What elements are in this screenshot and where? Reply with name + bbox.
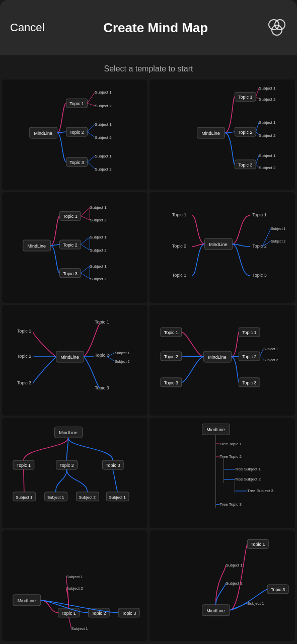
svg-text:Subject 1: Subject 1 xyxy=(95,90,112,95)
svg-text:Subject 2: Subject 2 xyxy=(259,166,276,170)
svg-line-48 xyxy=(81,245,90,250)
svg-text:Topic 3: Topic 3 xyxy=(172,273,186,278)
svg-text:Subject 2: Subject 2 xyxy=(90,248,107,253)
svg-text:Subject 1: Subject 1 xyxy=(95,154,112,158)
svg-text:Topic 3: Topic 3 xyxy=(17,380,31,385)
svg-text:MindLine: MindLine xyxy=(206,608,225,613)
svg-text:Topic 3: Topic 3 xyxy=(238,163,252,168)
template-card-7[interactable]: MindLine Topic 1 Topic 2 Topic 3 Subject… xyxy=(2,418,147,528)
svg-text:Subject 1: Subject 1 xyxy=(109,495,126,500)
svg-text:Topic 1: Topic 1 xyxy=(61,611,76,616)
circles-icon xyxy=(267,18,287,38)
svg-text:Subject 2: Subject 2 xyxy=(90,218,107,222)
svg-text:Topic 3: Topic 3 xyxy=(164,380,178,385)
subtitle-text: Select a template to start xyxy=(0,55,297,79)
svg-point-0 xyxy=(269,20,279,30)
svg-text:Topic 1: Topic 1 xyxy=(172,212,186,217)
svg-text:Subject 2: Subject 2 xyxy=(259,133,276,138)
template-card-1[interactable]: MindLine Topic 1 Topic 2 Topic 3 Subject… xyxy=(2,79,147,190)
svg-text:Subject 1: Subject 1 xyxy=(115,351,129,355)
svg-text:Subject 1: Subject 1 xyxy=(90,205,107,210)
svg-text:Topic 3: Topic 3 xyxy=(69,160,84,165)
svg-text:Topic 1: Topic 1 xyxy=(238,95,252,100)
template-card-6[interactable]: MindLine Topic 1 Topic 2 Topic 3 Topic 1… xyxy=(150,305,295,416)
svg-text:Topic 1: Topic 1 xyxy=(69,101,84,106)
svg-text:Subject 1: Subject 1 xyxy=(226,563,243,568)
svg-line-47 xyxy=(81,237,90,245)
svg-text:Subject 1: Subject 1 xyxy=(263,347,278,351)
svg-text:Topic 3: Topic 3 xyxy=(122,611,136,616)
svg-text:Topic 1: Topic 1 xyxy=(164,330,178,335)
svg-text:Topic 3: Topic 3 xyxy=(252,273,266,278)
svg-text:Subject 2: Subject 2 xyxy=(95,167,112,172)
svg-text:Subject 1: Subject 1 xyxy=(259,120,276,125)
svg-text:Tree Subject 1: Tree Subject 1 xyxy=(235,467,261,471)
svg-text:Topic 1: Topic 1 xyxy=(17,463,31,468)
svg-text:Topic 1: Topic 1 xyxy=(95,319,109,325)
svg-text:Subject 2: Subject 2 xyxy=(115,360,129,364)
svg-text:Subject 1: Subject 1 xyxy=(271,227,285,231)
svg-text:MindLine: MindLine xyxy=(206,427,225,432)
svg-line-43 xyxy=(81,216,90,220)
svg-text:Topic 3: Topic 3 xyxy=(106,463,120,468)
svg-text:Tree Topic 1: Tree Topic 1 xyxy=(220,442,242,446)
svg-text:Topic 2: Topic 2 xyxy=(69,130,84,135)
svg-text:Subject 2: Subject 2 xyxy=(95,104,112,108)
template-card-8[interactable]: MindLine Tree Topic 1 Tree Topic 2 Tree … xyxy=(150,418,295,528)
svg-text:Subject 2: Subject 2 xyxy=(95,135,112,140)
svg-text:Topic 2: Topic 2 xyxy=(95,353,109,358)
svg-text:Topic 2: Topic 2 xyxy=(63,243,77,248)
svg-line-42 xyxy=(81,207,90,216)
svg-text:Topic 2: Topic 2 xyxy=(242,354,256,359)
template-card-3[interactable]: MindLine Topic 1 Topic 2 Topic 3 Subject… xyxy=(2,192,147,303)
page-title: Create Mind Map xyxy=(103,20,208,36)
svg-text:MindLine: MindLine xyxy=(60,355,79,360)
svg-line-52 xyxy=(81,266,90,273)
svg-point-1 xyxy=(275,20,285,30)
svg-text:Topic 2: Topic 2 xyxy=(17,354,31,359)
svg-text:Topic 1: Topic 1 xyxy=(17,329,31,334)
svg-text:Topic 3: Topic 3 xyxy=(242,380,256,385)
svg-text:Topic 2: Topic 2 xyxy=(238,130,252,135)
svg-text:Subject 1: Subject 1 xyxy=(90,235,107,239)
svg-text:Subject 1: Subject 1 xyxy=(16,495,33,500)
svg-text:Topic 1: Topic 1 xyxy=(63,214,77,219)
svg-text:Topic 2: Topic 2 xyxy=(164,354,178,359)
svg-text:Subject 1: Subject 1 xyxy=(66,575,84,579)
svg-text:Tree Subject 3: Tree Subject 3 xyxy=(247,489,273,493)
svg-text:Subject 1: Subject 1 xyxy=(95,122,112,127)
svg-text:Subject 1: Subject 1 xyxy=(247,601,264,606)
cancel-button[interactable]: Cancel xyxy=(10,21,44,34)
template-card-2[interactable]: MindLine Topic 1 Topic 2 Topic 3 Subject… xyxy=(150,79,295,190)
svg-text:Subject 1: Subject 1 xyxy=(259,153,276,158)
svg-text:Subject 2: Subject 2 xyxy=(271,239,285,244)
svg-text:Topic 1: Topic 1 xyxy=(252,212,266,217)
svg-text:MindLine: MindLine xyxy=(28,244,46,249)
svg-text:MindLine: MindLine xyxy=(201,131,219,136)
svg-text:Tree Subject 2: Tree Subject 2 xyxy=(235,477,261,481)
svg-text:MindLine: MindLine xyxy=(18,598,36,603)
svg-text:Topic 3: Topic 3 xyxy=(271,587,285,592)
svg-text:Subject 2: Subject 2 xyxy=(263,358,278,362)
svg-text:Subject 1: Subject 1 xyxy=(47,495,64,500)
template-card-10[interactable]: MindLine Topic 1 Topic 3 Subject 1 Subje… xyxy=(150,530,295,641)
svg-text:Topic 2: Topic 2 xyxy=(252,244,266,249)
svg-text:Subject 2: Subject 2 xyxy=(79,495,96,500)
svg-text:Topic 2: Topic 2 xyxy=(172,244,186,249)
svg-text:Subject 1: Subject 1 xyxy=(259,86,276,91)
template-grid: MindLine Topic 1 Topic 2 Topic 3 Subject… xyxy=(0,79,297,643)
svg-text:Subject 1: Subject 1 xyxy=(90,264,107,269)
svg-text:MindLine: MindLine xyxy=(208,355,226,360)
template-card-5[interactable]: MindLine Topic 1 Topic 2 Topic 3 Topic 1… xyxy=(2,305,147,416)
svg-text:Topic 3: Topic 3 xyxy=(95,385,109,390)
template-card-4[interactable]: MindLine Topic 1 Topic 2 Topic 3 Topic 1… xyxy=(150,192,295,303)
svg-text:Topic 1: Topic 1 xyxy=(251,542,265,547)
svg-point-2 xyxy=(272,25,282,35)
svg-text:Topic 3: Topic 3 xyxy=(63,271,77,276)
svg-text:MindLine: MindLine xyxy=(59,430,77,435)
svg-text:Subject 1: Subject 1 xyxy=(71,626,89,631)
svg-line-53 xyxy=(81,273,90,279)
template-card-9[interactable]: MindLine Topic 1 Topic 2 Topic 3 Subject… xyxy=(2,530,147,641)
svg-text:Tree Topic 2: Tree Topic 2 xyxy=(220,454,242,459)
svg-text:Subject 2: Subject 2 xyxy=(66,586,84,591)
